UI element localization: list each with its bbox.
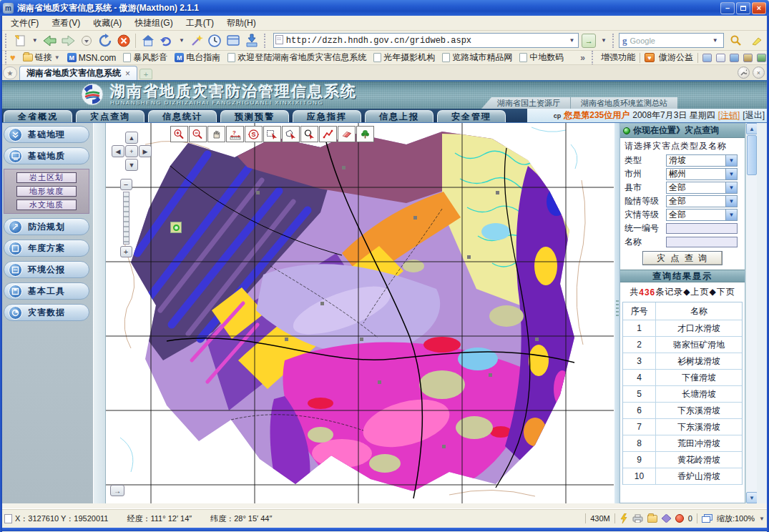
pan-tool-button[interactable] <box>207 126 225 142</box>
banner-link-land-dept[interactable]: 湖南省国土资源厅 <box>481 97 570 109</box>
sidebar-item-basic-geography[interactable]: 基础地理 <box>4 126 89 143</box>
table-row[interactable]: 6下东溪滑坡 <box>623 403 742 419</box>
home-button[interactable] <box>139 32 157 49</box>
layers-tool-button[interactable] <box>356 126 374 142</box>
plugin-enhance[interactable]: 增强功能 <box>601 51 635 64</box>
url-text[interactable]: http://dzzh.hndh.gov.cn/gridweb.aspx <box>286 36 567 46</box>
zoom-in-tool-button[interactable] <box>170 126 188 142</box>
sidebar-item-basic-tools[interactable]: 基本工具 <box>4 282 89 300</box>
chevron-down-icon[interactable]: ▼ <box>725 196 737 207</box>
printer-icon[interactable] <box>632 514 643 523</box>
tab-bar-close-button[interactable]: × <box>753 66 765 79</box>
sidebar-item-annual-scheme[interactable]: 年度方案 <box>4 240 89 257</box>
link-radio[interactable]: M电台指南 <box>175 51 220 64</box>
banner-link-monitor-station[interactable]: 湖南省地质环境监测总站 <box>571 97 677 109</box>
prev-page-link[interactable]: ◆上页 <box>683 286 709 298</box>
pan-left-button[interactable]: ◀ <box>112 145 124 157</box>
row-name[interactable]: 衫树垅滑坡 <box>656 355 742 368</box>
plugin-icon-2[interactable] <box>716 54 725 62</box>
search-input[interactable]: Google <box>630 36 710 45</box>
zoom-out-tool-button[interactable] <box>189 126 207 142</box>
menu-help[interactable]: 帮助(H) <box>220 16 263 31</box>
table-row[interactable]: 8荒田冲滑坡 <box>623 435 742 452</box>
city-select[interactable]: 郴州▼ <box>666 168 738 180</box>
table-row[interactable]: 2骆家恒矿滑地 <box>623 337 742 353</box>
sidebar-item-env-bulletin[interactable]: 环境公报 <box>4 261 89 278</box>
magic-fill-button[interactable] <box>188 32 205 49</box>
history-dropdown-button[interactable] <box>78 32 95 49</box>
cascade-windows-icon[interactable] <box>702 514 712 523</box>
table-row[interactable]: 9黄花岭滑坡 <box>623 452 742 468</box>
table-row[interactable]: 3衫树垅滑坡 <box>623 353 742 370</box>
link-storm[interactable]: 暴风影音 <box>123 51 167 64</box>
blocked-popup-icon[interactable] <box>675 514 684 523</box>
undo-dropdown[interactable]: ▼ <box>177 37 187 44</box>
links-folder[interactable]: 链接▼ <box>23 51 60 64</box>
sub-item-terrain-slope[interactable]: 地形坡度 <box>16 186 77 197</box>
link-welcome[interactable]: 欢迎登陆湖南省地质灾害信息系统 <box>227 51 366 64</box>
menu-file[interactable]: 文件(F) <box>4 16 45 31</box>
county-select[interactable]: 全部▼ <box>666 182 738 194</box>
favorites-star-button[interactable]: ★ <box>3 66 17 79</box>
link-city[interactable]: 览路城市精品网 <box>442 51 512 64</box>
next-page-link[interactable]: ◆下页 <box>710 286 735 298</box>
url-dropdown[interactable]: ▼ <box>567 37 577 44</box>
restore-button[interactable] <box>736 2 750 14</box>
nav-tab-statistics[interactable]: 信息统计 <box>148 110 217 122</box>
pan-down-button[interactable]: ▼ <box>125 159 138 171</box>
zoom-level[interactable]: 缩放:100% <box>717 513 755 524</box>
exit-link[interactable]: [退出] <box>743 109 765 122</box>
scroll-up-button[interactable]: ▲ <box>746 123 758 134</box>
highlight-button[interactable] <box>749 32 766 49</box>
history-button[interactable] <box>207 32 224 49</box>
go-button[interactable]: → <box>582 34 596 48</box>
pan-center-button[interactable]: + <box>125 145 138 157</box>
select-rect-tool-button[interactable] <box>263 126 281 142</box>
back-button[interactable] <box>41 32 59 49</box>
geological-map[interactable] <box>106 123 614 503</box>
row-name[interactable]: 荒田冲滑坡 <box>656 438 742 450</box>
name-input[interactable] <box>666 237 738 247</box>
select-circle-tool-button[interactable] <box>300 126 318 142</box>
row-name[interactable]: 下僮滑坡 <box>656 372 742 384</box>
nav-tab-emergency[interactable]: 应急指挥 <box>293 110 361 122</box>
boost-icon[interactable] <box>619 513 628 523</box>
sidebar-item-basic-geology[interactable]: 基础地质 <box>4 147 89 164</box>
row-name[interactable]: 下东溪滑坡 <box>656 405 742 417</box>
danger-level-select[interactable]: 全部▼ <box>666 195 738 207</box>
measure-tool-button[interactable]: ? <box>226 126 244 142</box>
sub-item-hydrogeology[interactable]: 水文地质 <box>16 200 77 210</box>
search-go-button[interactable] <box>728 32 745 49</box>
plugin-icon-1[interactable] <box>702 54 712 62</box>
chevron-down-icon[interactable]: ▼ <box>725 169 737 179</box>
table-row[interactable]: 1才口水滑坡 <box>623 320 742 337</box>
nav-tab-report[interactable]: 信息上报 <box>365 110 434 122</box>
link-photo[interactable]: 光年摄影机构 <box>373 51 435 64</box>
zoom-slider-track[interactable] <box>123 192 129 245</box>
chevron-down-icon[interactable]: ▼ <box>725 210 737 220</box>
tab-active[interactable]: 湖南省地质灾害信息系统 × <box>19 66 137 80</box>
nav-tab-disaster-query[interactable]: 灾点查询 <box>76 110 145 122</box>
new-tab-button[interactable] <box>11 32 29 49</box>
row-name[interactable]: 香炉山滑坡 <box>656 471 742 483</box>
address-bar[interactable]: http://dzzh.hndh.gov.cn/gridweb.aspx ▼ <box>273 33 579 48</box>
plugin-icon-4[interactable] <box>743 54 753 62</box>
menu-view[interactable]: 查看(V) <box>45 16 87 31</box>
tab-settings-button[interactable] <box>738 66 750 79</box>
query-button[interactable]: 灾 点 查 询 <box>642 251 723 265</box>
panel-splitter[interactable] <box>614 123 619 503</box>
row-name[interactable]: 骆家恒矿滑地 <box>656 339 742 351</box>
table-row[interactable]: 10香炉山滑坡 <box>623 468 742 485</box>
link-zhongdi[interactable]: 中地数码 <box>519 51 564 64</box>
maxthon-charity-icon[interactable]: ♥ <box>645 53 655 62</box>
plugin-icon-5[interactable] <box>757 54 766 62</box>
chevron-down-icon[interactable]: ▼ <box>725 155 737 166</box>
type-select[interactable]: 滑坡▼ <box>666 154 738 167</box>
nav-tab-security[interactable]: 安全管理 <box>437 110 506 122</box>
menu-tools[interactable]: 工具(T) <box>180 16 220 31</box>
table-row[interactable]: 5长塘滑坡 <box>623 386 742 403</box>
stop-button[interactable] <box>115 32 132 49</box>
go-dropdown[interactable]: ▼ <box>599 37 609 44</box>
chevron-down-icon[interactable]: ▼ <box>725 182 737 193</box>
zoom-dropdown-icon[interactable]: ▼ <box>759 516 765 522</box>
